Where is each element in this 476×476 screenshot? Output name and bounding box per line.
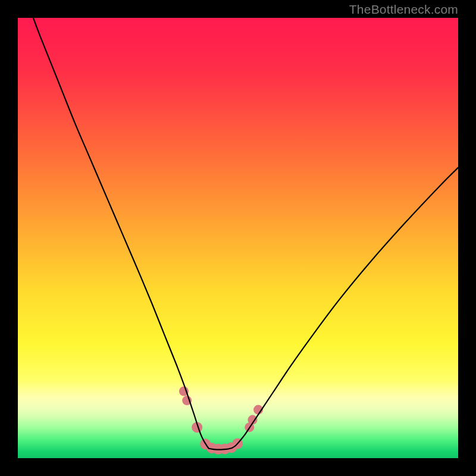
watermark-text: TheBottleneck.com (349, 2, 458, 17)
curve-layer (18, 18, 458, 458)
valley-markers (179, 387, 263, 455)
bottleneck-curve (33, 18, 458, 450)
chart-frame: TheBottleneck.com (0, 0, 476, 476)
plot-area (18, 18, 458, 458)
